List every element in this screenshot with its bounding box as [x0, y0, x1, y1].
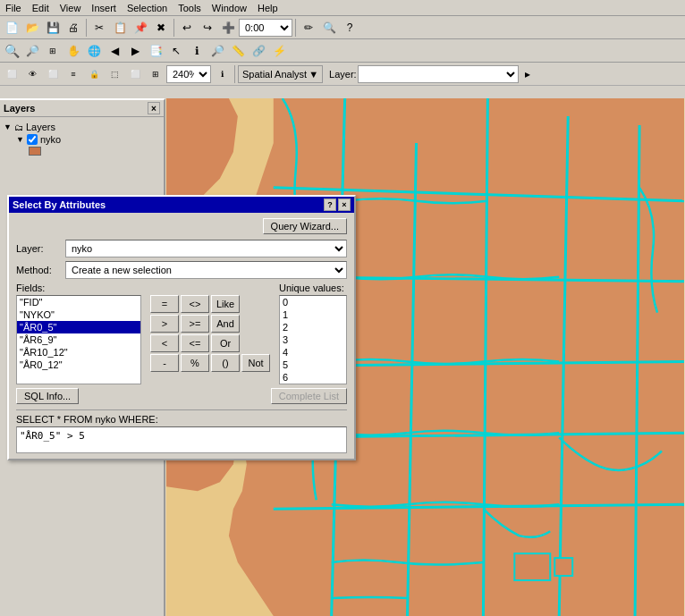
unique-val-7[interactable]: 7: [280, 384, 346, 384]
menu-edit[interactable]: Edit: [27, 3, 55, 13]
op-neq-btn[interactable]: <>: [181, 295, 209, 313]
op-row-3: < <= Or: [150, 334, 270, 352]
select2-btn[interactable]: ⬜: [2, 64, 21, 84]
zoom-out-btn[interactable]: 🔎: [22, 41, 42, 61]
scale-combo[interactable]: 0:00: [239, 19, 292, 37]
unique-section: Unique values: 0 1 2 3 4 5 6 7 8: [279, 283, 347, 384]
layer-vis-btn[interactable]: ≡: [63, 64, 83, 84]
measure-btn[interactable]: 📏: [228, 41, 248, 61]
field-AR012[interactable]: "ÅR0_12": [17, 359, 140, 371]
print-btn[interactable]: 🖨: [63, 18, 83, 38]
dialog-help-btn[interactable]: ?: [324, 198, 336, 211]
save-btn[interactable]: 💾: [43, 18, 63, 38]
add-data-btn[interactable]: ➕: [218, 18, 238, 38]
layer-select[interactable]: [358, 65, 519, 83]
bookmark-btn[interactable]: 📑: [146, 41, 165, 61]
cut-btn[interactable]: ✂: [89, 18, 109, 38]
field-AR1012[interactable]: "ÅR10_12": [17, 346, 140, 359]
zoom-in-btn[interactable]: 🔍: [2, 41, 21, 61]
op-parens-btn[interactable]: (): [211, 354, 240, 372]
layer-nyko-checkbox[interactable]: [27, 134, 38, 145]
query-wizard-row: Query Wizard...: [16, 218, 347, 234]
layer-form-select[interactable]: nyko: [65, 240, 347, 257]
query-wizard-btn[interactable]: Query Wizard...: [263, 218, 347, 234]
field-btn[interactable]: ⬜: [43, 64, 63, 84]
menu-file[interactable]: File: [0, 3, 27, 13]
identify2-btn[interactable]: ℹ: [187, 41, 207, 61]
globe-btn[interactable]: 🌐: [84, 41, 104, 61]
field-NYKO[interactable]: "NYKO": [17, 308, 140, 321]
menu-insert[interactable]: Insert: [86, 3, 122, 13]
field-FID[interactable]: "FID": [17, 296, 140, 308]
layer-nyko-swatch-row: [29, 146, 160, 156]
op-minus-btn[interactable]: -: [150, 354, 179, 372]
copy-btn[interactable]: 📋: [110, 18, 130, 38]
pan-btn[interactable]: ✋: [63, 41, 83, 61]
back-btn[interactable]: ◀: [105, 41, 124, 61]
zoom-combo[interactable]: 240%: [166, 65, 211, 83]
spatial-analyst-btn[interactable]: Spatial Analyst ▼: [238, 65, 323, 83]
forward-btn[interactable]: ▶: [125, 41, 145, 61]
complete-list-btn[interactable]: Complete List: [271, 388, 347, 404]
info-btn[interactable]: ℹ: [212, 64, 232, 84]
unique-val-1[interactable]: 1: [280, 308, 346, 321]
fields-column: Fields: "FID" "NYKO" "ÅR0_5" "ÅR6_9" "ÅR…: [16, 283, 141, 384]
field-AR69[interactable]: "ÅR6_9": [17, 333, 140, 346]
layer-expand-icon[interactable]: ▼: [16, 135, 24, 144]
paste-btn[interactable]: 📌: [131, 18, 150, 38]
unique-val-2[interactable]: 2: [280, 321, 346, 333]
op-not-btn[interactable]: Not: [241, 354, 270, 372]
fixed-zoom-btn[interactable]: ⊞: [43, 41, 63, 61]
op-gt-btn[interactable]: >: [150, 315, 179, 333]
group-expand-icon[interactable]: ▼: [4, 122, 12, 131]
layer-label: Layer:: [329, 69, 357, 80]
unique-val-6[interactable]: 6: [280, 371, 346, 384]
editor-btn[interactable]: ✏: [299, 18, 318, 38]
unique-val-0[interactable]: 0: [280, 296, 346, 308]
layers-close-btn[interactable]: ×: [148, 102, 160, 114]
redo-btn[interactable]: ↪: [198, 18, 217, 38]
new-btn[interactable]: 📄: [2, 18, 21, 38]
op-lte-btn[interactable]: <=: [181, 334, 209, 352]
hyplink-btn[interactable]: 🔗: [249, 41, 268, 61]
fields-list[interactable]: "FID" "NYKO" "ÅR0_5" "ÅR6_9" "ÅR10_12" "…: [16, 295, 141, 384]
menu-selection[interactable]: Selection: [122, 3, 173, 13]
menu-window[interactable]: Window: [207, 3, 252, 13]
lock2-btn[interactable]: ⊞: [146, 64, 165, 84]
op-eq-btn[interactable]: =: [150, 295, 179, 313]
sql-info-btn[interactable]: SQL Info...: [16, 388, 79, 404]
delete-btn[interactable]: ✖: [151, 18, 171, 38]
menu-tools[interactable]: Tools: [173, 3, 207, 13]
menu-help[interactable]: Help: [252, 3, 283, 13]
op-like-btn[interactable]: Like: [211, 295, 240, 313]
unique-val-5[interactable]: 5: [280, 359, 346, 371]
open-btn[interactable]: 📂: [22, 18, 42, 38]
spatial-analyst-dropdown-icon[interactable]: ▼: [309, 69, 318, 80]
op-gte-btn[interactable]: >=: [181, 315, 209, 333]
identify-btn[interactable]: 🔍: [319, 18, 339, 38]
select-btn[interactable]: ↖: [166, 41, 186, 61]
fields-label: Fields:: [16, 283, 141, 293]
scale2-btn[interactable]: ⬜: [125, 64, 145, 84]
op-or-btn[interactable]: Or: [211, 334, 240, 352]
eye-btn[interactable]: 👁: [22, 64, 42, 84]
field2-btn[interactable]: ⬚: [105, 64, 124, 84]
unique-values-list[interactable]: 0 1 2 3 4 5 6 7 8: [279, 295, 347, 384]
op-and-btn[interactable]: And: [211, 315, 240, 333]
op-row-1: = <> Like: [150, 295, 270, 313]
unique-val-3[interactable]: 3: [280, 333, 346, 346]
menu-view[interactable]: View: [55, 3, 87, 13]
undo-btn[interactable]: ↩: [177, 18, 197, 38]
lightning-btn[interactable]: ⚡: [269, 41, 289, 61]
lock-btn[interactable]: 🔒: [84, 64, 104, 84]
method-form-select[interactable]: Create a new selection: [65, 261, 347, 279]
help-btn[interactable]: ?: [340, 18, 359, 38]
op-lt-btn[interactable]: <: [150, 334, 179, 352]
unique-val-4[interactable]: 4: [280, 346, 346, 359]
sql-expression-box[interactable]: "ÅR0_5" > 5: [16, 426, 347, 453]
dialog-close-btn[interactable]: ×: [338, 198, 351, 211]
op-pct-btn[interactable]: %: [181, 354, 209, 372]
layer-options-btn[interactable]: ▸: [520, 64, 536, 84]
field-AR05[interactable]: "ÅR0_5": [17, 321, 140, 333]
find-btn[interactable]: 🔎: [207, 41, 227, 61]
